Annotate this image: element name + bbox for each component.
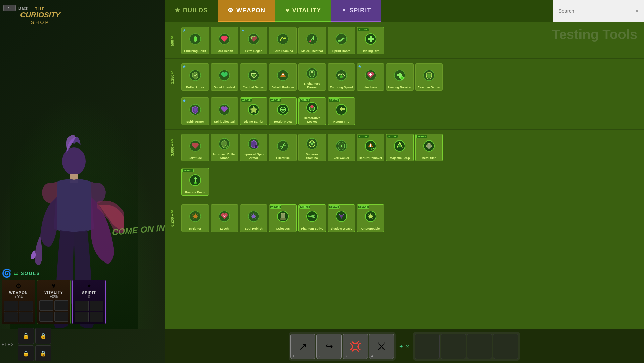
shadow-weave-label: Shadow Weave bbox=[329, 227, 354, 231]
item-enduring-spirit[interactable]: ★ Enduring Spirit bbox=[181, 27, 209, 54]
weapon-icon: ⚙ bbox=[4, 282, 33, 290]
item-colossus[interactable]: ACTIVE Colossus bbox=[269, 204, 297, 232]
spirit-armor-icon bbox=[188, 103, 202, 116]
item-health-nova[interactable]: ACTIVE Health Nova bbox=[269, 97, 297, 125]
item-majestic-leap[interactable]: ACTIVE Majestic Leap bbox=[386, 134, 414, 161]
ability-4-number: 4 bbox=[371, 354, 373, 358]
item-superior-stamina[interactable]: Superior Stamina bbox=[298, 134, 326, 161]
ability-slot-8[interactable] bbox=[493, 334, 518, 359]
tab-spirit[interactable]: ✦ Spirit bbox=[331, 0, 381, 22]
item-debuff-remover[interactable]: ACTIVE Debuff Remover bbox=[357, 134, 384, 161]
item-return-fire[interactable]: ACTIVE Return Fire bbox=[328, 97, 355, 125]
item-shadow-weave[interactable]: ACTIVE Shadow Weave bbox=[328, 204, 355, 232]
item-spirit-lifesteal[interactable]: Spirit Lifesteal bbox=[211, 97, 238, 125]
veil-walker-icon bbox=[335, 139, 348, 153]
ability-3-icon: 💢 bbox=[349, 340, 361, 352]
esc-button[interactable]: ESC bbox=[3, 5, 16, 11]
spirit-label: SPIRIT bbox=[75, 291, 103, 295]
combat-barrier-label: Combat Barrier bbox=[241, 86, 266, 89]
item-rescue-beam[interactable]: ACTIVE Rescue Beam bbox=[181, 168, 209, 196]
tier-items-3000b: ACTIVE Rescue Beam bbox=[180, 166, 211, 197]
item-healing-rite[interactable]: ACTIVE Healing Rite bbox=[357, 27, 384, 54]
item-restorative-locket[interactable]: ACTIVE Restorative Locket bbox=[298, 97, 326, 125]
item-bullet-armor[interactable]: ★ Bullet Armor bbox=[181, 63, 209, 91]
item-enduring-speed[interactable]: Enduring Speed bbox=[328, 63, 355, 91]
flex-slot-4: 🔒 bbox=[35, 345, 51, 361]
tier-row-3000: $ 3,000 + Fortitude bbox=[165, 130, 644, 165]
spirit-armor-label: Spirit Armor bbox=[183, 120, 208, 124]
search-input[interactable] bbox=[558, 8, 632, 14]
ability-slot-1[interactable]: ↗ 1 bbox=[290, 334, 315, 359]
ability-connector-infinity: ∞ bbox=[405, 343, 409, 349]
healing-rite-label: Healing Rite bbox=[358, 49, 383, 53]
item-reactive-barrier[interactable]: Reactive Barrier bbox=[415, 63, 443, 91]
svg-point-3 bbox=[194, 37, 197, 41]
item-veil-walker[interactable]: Veil Walker bbox=[328, 134, 355, 161]
item-phantom-strike[interactable]: ACTIVE Phantom Strike bbox=[298, 204, 326, 232]
item-sprint-boots[interactable]: Sprint Boots bbox=[328, 27, 355, 54]
item-bullet-lifesteal[interactable]: Bullet Lifesteal bbox=[211, 63, 238, 91]
vitality-icon: ♥ bbox=[39, 282, 68, 290]
ability-slot-7[interactable] bbox=[467, 334, 492, 359]
items-area: $ 500 ★ Enduring Spirit bbox=[165, 22, 644, 329]
extra-regen-icon bbox=[247, 32, 260, 46]
item-enchanters-barrier[interactable]: Enchanter's Barrier bbox=[298, 63, 326, 91]
tier-row-500: $ 500 ★ Enduring Spirit bbox=[165, 24, 644, 58]
spirit-stat-icon: ✦ bbox=[75, 282, 103, 290]
item-metal-skin[interactable]: ACTIVE Metal Skin bbox=[415, 134, 443, 161]
tier-items-500: ★ Enduring Spirit bbox=[180, 25, 386, 56]
ability-slot-6[interactable] bbox=[441, 334, 466, 359]
ability-slot-4[interactable]: ⚔ 4 bbox=[369, 334, 394, 359]
logo-shop: SHOP bbox=[20, 19, 60, 25]
vitality-tab-label: Vitality bbox=[292, 7, 321, 14]
item-debuff-reducer[interactable]: Debuff Reducer bbox=[269, 63, 297, 91]
item-soul-rebirth[interactable]: Soul Rebirth bbox=[240, 204, 267, 232]
item-divine-barrier[interactable]: ACTIVE Divine Barrier bbox=[240, 97, 267, 125]
item-leech[interactable]: Leech bbox=[211, 204, 238, 232]
debuff-remover-label: Debuff Remover bbox=[358, 156, 383, 160]
sprint-boots-icon bbox=[335, 32, 348, 46]
item-extra-health[interactable]: Extra Health bbox=[211, 27, 238, 54]
tab-builds[interactable]: ★ Builds bbox=[165, 0, 218, 22]
spirit-stat-box: ✦ SPIRIT 0 bbox=[72, 280, 106, 324]
svg-point-8 bbox=[309, 40, 311, 42]
ability-3-number: 3 bbox=[345, 354, 347, 358]
tab-weapon[interactable]: ⚙ Weapon bbox=[218, 0, 275, 22]
enduring-spirit-icon bbox=[188, 32, 202, 46]
item-extra-stamina[interactable]: Extra Stamina bbox=[269, 27, 297, 54]
ability-slot-2[interactable]: ↪ 2 bbox=[316, 334, 342, 359]
item-improved-bullet-armor[interactable]: Improved Bullet Armor bbox=[211, 134, 238, 161]
ability-slot-5[interactable] bbox=[415, 334, 440, 359]
debuff-remover-icon bbox=[364, 139, 377, 153]
item-lifestrike[interactable]: Lifestrike bbox=[269, 134, 297, 161]
restorative-locket-label: Restorative Locket bbox=[300, 116, 325, 124]
item-improved-spirit-armor[interactable]: Improved Spirit Armor bbox=[240, 134, 267, 161]
item-healing-booster[interactable]: + Healing Booster bbox=[386, 63, 414, 91]
item-spirit-armor[interactable]: ★ Spirit Armor bbox=[181, 97, 209, 125]
leech-label: Leech bbox=[212, 227, 237, 231]
svg-rect-67 bbox=[280, 218, 286, 220]
search-close-icon[interactable]: ✕ bbox=[635, 8, 639, 14]
enduring-spirit-label: Enduring Spirit bbox=[183, 49, 208, 53]
ability-slot-3[interactable]: 💢 3 bbox=[343, 334, 368, 359]
item-melee-lifesteal[interactable]: Melee Lifesteal bbox=[298, 27, 326, 54]
item-inhibitor[interactable]: Inhibitor bbox=[181, 204, 209, 232]
melee-lifesteal-label: Melee Lifesteal bbox=[300, 49, 325, 53]
reactive-barrier-label: Reactive Barrier bbox=[417, 86, 441, 89]
svg-rect-12 bbox=[368, 38, 374, 40]
item-extra-regen[interactable]: ★ Extra Regen bbox=[240, 27, 267, 54]
item-unstoppable[interactable]: ACTIVE Unstoppable bbox=[357, 204, 384, 232]
tier-row-1250b: ★ Spirit Armor bbox=[165, 94, 644, 128]
item-healbane[interactable]: ★ Healbane bbox=[357, 63, 384, 91]
item-fortitude[interactable]: Fortitude bbox=[181, 134, 209, 161]
ability-connector-icon: ✦ bbox=[399, 343, 403, 350]
tab-vitality[interactable]: ♥ Vitality bbox=[275, 0, 331, 22]
majestic-leap-label: Majestic Leap bbox=[387, 156, 412, 160]
healing-booster-icon: + bbox=[393, 69, 406, 82]
item-combat-barrier[interactable]: Combat Barrier bbox=[240, 63, 267, 91]
ability-1-icon: ↗ bbox=[299, 340, 307, 352]
svg-point-37 bbox=[282, 109, 284, 111]
bullet-armor-label: Bullet Armor bbox=[183, 86, 208, 89]
spirit-slot-1 bbox=[75, 301, 89, 311]
weapon-slot-4 bbox=[19, 312, 33, 322]
